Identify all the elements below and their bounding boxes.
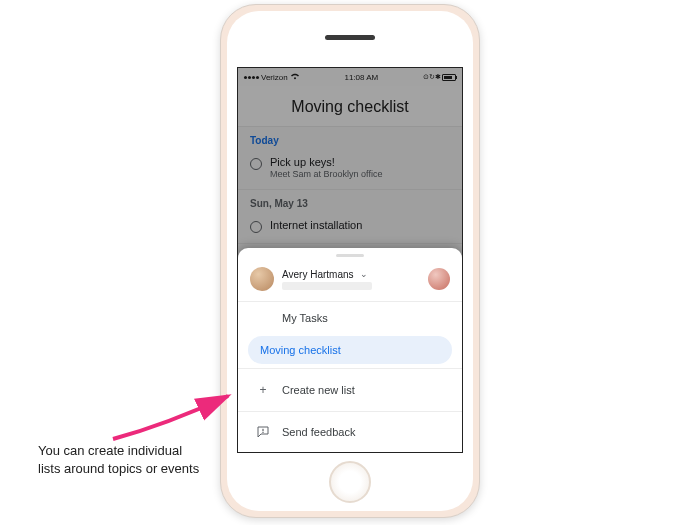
phone-speaker bbox=[325, 35, 375, 40]
annotation-arrow bbox=[108, 384, 238, 444]
phone-inner: Verizon 11:08 AM ⊙ ↻ ✱ Moving checklist … bbox=[227, 11, 473, 511]
alt-avatar[interactable] bbox=[428, 268, 450, 290]
account-switcher[interactable]: Avery Hartmans ⌄ bbox=[238, 261, 462, 302]
feedback-label: Send feedback bbox=[282, 426, 355, 438]
create-new-list-button[interactable]: + Create new list bbox=[238, 373, 462, 407]
app-screen: Verizon 11:08 AM ⊙ ↻ ✱ Moving checklist … bbox=[237, 67, 463, 453]
list-option-my-tasks[interactable]: My Tasks bbox=[238, 302, 462, 334]
send-feedback-button[interactable]: Send feedback bbox=[238, 416, 462, 448]
home-button[interactable] bbox=[329, 461, 371, 503]
account-name: Avery Hartmans bbox=[282, 269, 354, 280]
divider bbox=[238, 411, 462, 412]
list-label: Moving checklist bbox=[260, 344, 341, 356]
create-new-label: Create new list bbox=[282, 384, 355, 396]
avatar bbox=[250, 267, 274, 291]
chevron-down-icon: ⌄ bbox=[360, 269, 368, 279]
svg-rect-0 bbox=[262, 429, 263, 432]
list-label: My Tasks bbox=[282, 312, 328, 324]
list-option-moving-checklist[interactable]: Moving checklist bbox=[248, 336, 452, 364]
annotation-caption: You can create individual lists around t… bbox=[38, 442, 208, 477]
svg-rect-1 bbox=[262, 432, 263, 433]
drag-handle[interactable] bbox=[336, 254, 364, 257]
feedback-icon bbox=[256, 426, 270, 438]
phone-frame: Verizon 11:08 AM ⊙ ↻ ✱ Moving checklist … bbox=[220, 4, 480, 518]
bottom-sheet: Avery Hartmans ⌄ My Tasks Moving checkli… bbox=[238, 248, 462, 452]
divider bbox=[238, 368, 462, 369]
account-email-redacted bbox=[282, 282, 372, 290]
plus-icon: + bbox=[256, 383, 270, 397]
